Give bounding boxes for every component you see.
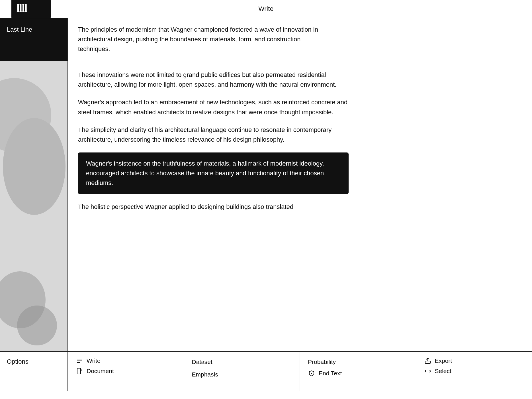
logo: llll (11, 0, 51, 19)
select-label: Select (435, 368, 451, 374)
main-layout: Last Line The principles of modernism th… (0, 18, 532, 391)
highlighted-paragraph: Wagner's insistence on the truthfulness … (78, 152, 349, 194)
main-content-row: These innovations were not limited to gr… (0, 61, 532, 351)
select-icon (424, 369, 431, 373)
last-line-row: Last Line The principles of modernism th… (0, 18, 532, 61)
svg-rect-6 (425, 361, 430, 363)
options-col-1: Write Document (68, 352, 184, 391)
logo-area: llll (11, 0, 51, 19)
header-title: Write (258, 5, 273, 13)
article-para-1: These innovations were not limited to gr… (78, 70, 349, 89)
svg-point-5 (311, 373, 312, 374)
article-para-last: The holistic perspective Wagner applied … (78, 202, 349, 212)
options-grid: Write Document Dataset (68, 352, 532, 391)
option-end-text[interactable]: End Text (308, 370, 408, 377)
article-para-2: Wagner's approach led to an embracement … (78, 97, 349, 117)
deco-shape-2 (3, 118, 66, 215)
decorative-panel (0, 61, 68, 351)
options-col-3: Probability End Text (300, 352, 416, 391)
options-col-2: Dataset Emphasis (184, 352, 300, 391)
end-text-label: End Text (319, 370, 342, 377)
svg-text:llll: llll (17, 2, 27, 14)
option-dataset[interactable]: Dataset (192, 357, 292, 367)
article-para-3: The simplicity and clarity of his archit… (78, 125, 349, 144)
options-col-4: Export Select (416, 352, 532, 391)
header: llll Write (0, 0, 532, 18)
option-write[interactable]: Write (76, 357, 176, 364)
options-label: Options (0, 352, 68, 391)
end-text-icon (308, 370, 315, 376)
document-label: Document (87, 368, 114, 374)
option-probability[interactable]: Probability (308, 357, 408, 367)
deco-shape-4 (17, 306, 57, 345)
article-content: These innovations were not limited to gr… (68, 61, 532, 351)
export-icon (424, 358, 431, 364)
svg-rect-4 (77, 368, 81, 374)
write-label: Write (87, 357, 101, 364)
option-export[interactable]: Export (424, 357, 524, 364)
option-emphasis[interactable]: Emphasis (192, 370, 292, 379)
options-row: Options Write (0, 351, 532, 391)
write-icon (76, 358, 83, 364)
document-icon (76, 368, 83, 374)
last-line-text: The principles of modernism that Wagner … (78, 25, 334, 54)
option-document[interactable]: Document (76, 368, 176, 374)
last-line-label: Last Line (0, 18, 68, 61)
export-label: Export (435, 357, 452, 364)
option-select[interactable]: Select (424, 368, 524, 374)
last-line-content: The principles of modernism that Wagner … (68, 18, 532, 61)
